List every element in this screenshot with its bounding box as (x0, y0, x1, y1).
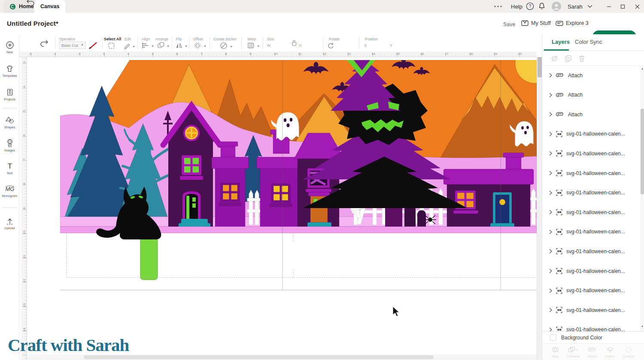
layers-scrollbar-thumb[interactable] (641, 109, 644, 194)
layer-row[interactable]: svg-01-halloween-calen... (542, 281, 638, 300)
offset-icon[interactable]: ▼ (194, 42, 207, 49)
tab-color-sync[interactable]: Color Sync (575, 39, 602, 45)
chevron-right-icon[interactable] (549, 288, 552, 293)
layer-row[interactable]: svg-01-halloween-calen... (542, 300, 638, 320)
flip-icon[interactable]: ▼ (175, 42, 188, 49)
overflow-menu-icon[interactable] (494, 4, 502, 9)
chevron-right-icon[interactable] (549, 230, 552, 234)
help-button[interactable]: Help (511, 3, 522, 10)
edit-pencil-icon[interactable]: ▼ (124, 42, 135, 49)
layer-row[interactable]: Attach (542, 105, 638, 124)
canvas-vertical-scrollbar[interactable] (537, 57, 542, 360)
select-all-button[interactable]: Select All (104, 37, 121, 41)
sidebar-item-shapes[interactable]: Shapes (0, 116, 19, 129)
tab-layers[interactable]: Layers (552, 39, 570, 45)
explore-button[interactable]: Explore 3 (556, 20, 589, 26)
create-sticker-icon[interactable]: ▼ (220, 42, 233, 49)
house-4[interactable] (294, 133, 344, 228)
chevron-right-icon[interactable] (549, 171, 552, 175)
layers-scrollbar[interactable]: ▲ ▼ (640, 66, 644, 331)
chevron-right-icon[interactable] (549, 308, 552, 312)
project-title[interactable]: Untitled Project* (7, 20, 58, 27)
layer-row[interactable]: Attach (542, 85, 638, 105)
close-button[interactable] (632, 2, 642, 11)
group-icon (556, 229, 562, 235)
avatar[interactable] (551, 1, 562, 12)
layer-row[interactable]: svg-01-halloween-calen... (542, 183, 638, 203)
layer-row[interactable]: svg-01-halloween-calen... (542, 203, 638, 222)
redo-icon[interactable] (39, 39, 49, 47)
select-all-icon[interactable] (109, 43, 114, 48)
layer-row[interactable]: svg-01-halloween-calen... (542, 124, 638, 144)
undo-icon[interactable] (26, 0, 35, 6)
app-window: Home Canvas Help ? Sarah Untitled Projec… (0, 0, 644, 360)
selection-dashes (67, 233, 537, 278)
chevron-down-icon[interactable] (587, 5, 592, 8)
tab-canvas[interactable]: Canvas (34, 0, 65, 13)
chevron-right-icon[interactable] (549, 269, 552, 273)
chevron-right-icon[interactable] (549, 93, 552, 97)
chevron-right-icon[interactable] (549, 210, 552, 215)
scroll-down-icon[interactable]: ▼ (641, 325, 644, 328)
sidebar-item-projects[interactable]: Projects (0, 88, 19, 101)
svg-text:MG: MG (5, 186, 14, 192)
background-color-checkbox[interactable] (550, 334, 556, 341)
flip-label[interactable]: Flip (176, 37, 182, 41)
sidebar-item-images[interactable]: Images (0, 139, 19, 152)
sidebar-item-upload[interactable]: Upload (0, 217, 19, 230)
layer-row[interactable]: svg-01-halloween-calen... (542, 261, 638, 281)
delete-layer-icon[interactable] (578, 55, 585, 62)
scroll-up-icon[interactable]: ▲ (641, 67, 644, 70)
chevron-right-icon[interactable] (549, 132, 552, 136)
my-stuff-button[interactable]: My Stuff (521, 20, 551, 26)
warp-label[interactable]: Warp (247, 37, 256, 41)
user-menu[interactable]: Sarah (568, 3, 583, 10)
chevron-right-icon[interactable] (549, 73, 552, 78)
rotate-icon[interactable] (327, 42, 334, 49)
maximize-button[interactable] (617, 2, 628, 11)
popsicle-stick[interactable] (140, 233, 158, 280)
warp-icon[interactable]: ▼ (246, 42, 260, 49)
arrange-label[interactable]: Arrange (155, 37, 168, 41)
attach-button[interactable]: Attach (583, 346, 601, 358)
arrange-icon[interactable]: ▼ (157, 42, 170, 49)
chevron-right-icon[interactable] (549, 112, 552, 117)
notifications-bell-icon[interactable] (538, 2, 546, 10)
minimize-button[interactable] (604, 2, 614, 11)
slice-button[interactable]: Slice (547, 346, 564, 358)
size-lock-icon[interactable] (289, 40, 299, 46)
contour-button[interactable]: Contour (620, 346, 637, 358)
chevron-right-icon[interactable] (549, 151, 552, 156)
save-button[interactable]: Save (503, 21, 516, 27)
operation-select[interactable]: Basic Cut▼ (59, 42, 86, 49)
chevron-right-icon[interactable] (549, 191, 552, 195)
chevron-right-icon[interactable] (549, 327, 552, 331)
canvas-vertical-scrollbar-thumb[interactable] (538, 57, 542, 77)
layer-row[interactable]: svg-01-halloween-calen... (542, 320, 638, 331)
group-icon (556, 307, 562, 313)
halloween-scene-design[interactable] (60, 60, 537, 292)
help-question-icon[interactable]: ? (526, 2, 534, 10)
create-sticker-label[interactable]: Create Sticker (213, 37, 237, 41)
edit-label[interactable]: Edit (125, 37, 131, 41)
sidebar-item-new[interactable]: New (0, 41, 19, 54)
layer-row[interactable]: svg-01-halloween-calen... (542, 222, 638, 242)
duplicate-layer-icon[interactable] (565, 55, 572, 62)
group-icon (556, 190, 562, 196)
align-icon[interactable]: ▼ (142, 42, 155, 49)
flatten-button[interactable]: Flatten (601, 346, 619, 358)
layer-row[interactable]: svg-01-halloween-calen... (542, 163, 638, 183)
layer-visibility-icon[interactable] (551, 55, 558, 62)
layer-row[interactable]: Attach (542, 66, 638, 85)
layer-row[interactable]: svg-01-halloween-calen... (542, 242, 638, 261)
align-label[interactable]: Align (142, 37, 150, 41)
sidebar-item-templates[interactable]: Templates (0, 64, 19, 78)
combine-button[interactable]: Combine (565, 346, 582, 358)
basic-cut-blade-icon[interactable] (88, 42, 99, 49)
sidebar-item-text[interactable]: T Text (0, 162, 19, 175)
sidebar-item-monogram[interactable]: MG Monogram (0, 185, 19, 198)
layer-row[interactable]: svg-01-halloween-calen... (542, 144, 638, 163)
canvas-horizontal-scrollbar-thumb[interactable] (84, 355, 434, 359)
chevron-right-icon[interactable] (549, 249, 552, 254)
offset-label[interactable]: Offset (193, 37, 203, 41)
